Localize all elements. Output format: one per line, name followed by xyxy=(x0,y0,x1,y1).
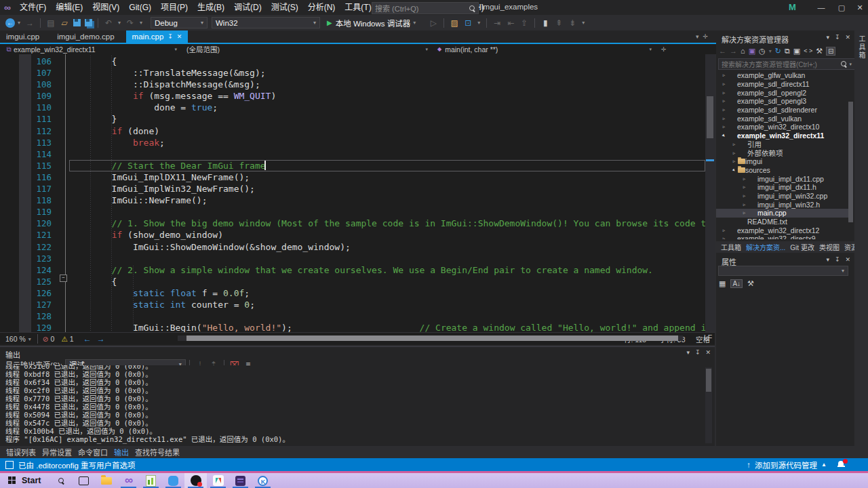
pin-icon[interactable]: ↧ xyxy=(835,256,840,263)
step-into-button[interactable]: ⇤ xyxy=(505,18,516,28)
tree-scrollbar-thumb[interactable] xyxy=(848,102,853,222)
menu-item[interactable]: Git(G) xyxy=(124,0,156,15)
bookmark-button[interactable]: ▮ xyxy=(540,18,551,28)
menu-item[interactable]: 工具(T) xyxy=(340,0,376,15)
eol-indicator[interactable]: LF xyxy=(704,333,712,342)
taskbar-app-button[interactable] xyxy=(162,473,184,488)
solution-explorer-shortcut-button[interactable]: ⊡ xyxy=(462,18,473,28)
home-icon[interactable]: ⌂ xyxy=(741,47,745,55)
properties-object-dropdown[interactable]: ▾ xyxy=(718,266,848,276)
navigate-forward-icon[interactable]: → xyxy=(96,334,106,344)
pin-icon[interactable]: ↧ xyxy=(695,349,701,356)
expander-icon[interactable]: ▹ xyxy=(730,150,738,156)
navigate-backward-icon[interactable]: ← xyxy=(82,334,93,344)
scope-dropdown[interactable]: (全局范围) ▾ xyxy=(180,44,431,54)
taskbar-app-button[interactable]: K xyxy=(252,473,274,488)
tree-item[interactable]: ▹ example_sdl_directx11 xyxy=(716,80,850,89)
redo-dropdown-icon[interactable]: ▾ xyxy=(138,20,144,26)
solution-platform-dropdown[interactable]: Win32 ▾ xyxy=(212,17,320,28)
toolbox-autohide-tab[interactable]: 工具箱 xyxy=(856,35,867,60)
tree-item[interactable]: ▹ imgui_impl_dx11.h xyxy=(716,183,850,192)
switch-views-icon[interactable]: ▣ xyxy=(749,47,755,56)
taskbar-app-button[interactable] xyxy=(140,473,162,488)
find-in-files-button[interactable]: ▨ xyxy=(449,18,460,28)
tree-item[interactable]: ▹ imgui_impl_win32.cpp xyxy=(716,192,850,201)
toolbar-dropdown-icon[interactable]: ▾ xyxy=(476,20,481,26)
expander-icon[interactable]: ▹ xyxy=(720,81,728,87)
expander-icon[interactable]: ▹ xyxy=(741,176,748,182)
tree-item[interactable]: ▹ example_glfw_vulkan xyxy=(716,71,850,80)
tree-item[interactable]: ▹ imgui_impl_win32.h xyxy=(716,200,850,209)
start-debugging-button[interactable]: ▶ 本地 Windows 调试器 ▾ xyxy=(327,18,418,28)
step-out-button[interactable]: ⇪ xyxy=(519,18,530,28)
panel-tab[interactable]: 工具箱 xyxy=(721,242,741,252)
document-tab[interactable]: main.cpp ↧ ✕ xyxy=(126,30,189,43)
menu-item[interactable]: 调试(D) xyxy=(229,0,267,15)
open-file-button[interactable]: ▱ xyxy=(59,18,70,28)
menu-item[interactable]: 文件(F) xyxy=(15,0,51,15)
navigate-forward-button[interactable]: → xyxy=(24,18,35,28)
output-scrollbar-thumb[interactable] xyxy=(706,369,711,392)
panel-tab[interactable]: 类视图 xyxy=(819,242,840,252)
redo-button[interactable]: ↷ xyxy=(125,18,136,28)
property-pages-icon[interactable]: ⚒ xyxy=(747,279,754,288)
filter-dropdown-icon[interactable]: ▾ xyxy=(769,48,772,54)
expander-icon[interactable]: ▹ xyxy=(720,228,728,233)
menu-item[interactable]: 测试(S) xyxy=(267,0,303,15)
tree-scrollbar[interactable] xyxy=(848,102,853,237)
project-dropdown[interactable]: ⧉ example_win32_directx11 ▾ xyxy=(0,44,180,54)
panel-tab[interactable]: 错误列表 xyxy=(6,447,36,458)
warning-count-icon[interactable]: ⚠ xyxy=(61,335,67,343)
tree-item[interactable]: ▸ sources xyxy=(716,166,850,175)
splitter-handle-icon[interactable]: ✛ xyxy=(661,46,667,53)
tree-item[interactable]: ▹ example_win32_directx12 xyxy=(716,226,850,235)
panel-tab[interactable]: 查找符号结果 xyxy=(135,447,180,458)
debugger-dropdown-icon[interactable]: ▾ xyxy=(412,20,417,26)
minimize-button[interactable]: — xyxy=(811,0,831,15)
tree-item[interactable]: ▹ main.cpp xyxy=(716,209,850,218)
panel-tab[interactable]: 命令窗口 xyxy=(78,447,108,458)
tree-item[interactable]: README.txt xyxy=(716,218,850,226)
menu-item[interactable]: 项目(P) xyxy=(156,0,193,15)
collapse-all-icon[interactable]: ⊟ xyxy=(826,47,835,56)
editor-vertical-scrollbar-thumb[interactable] xyxy=(707,96,713,138)
expander-icon[interactable]: ▹ xyxy=(720,98,728,104)
expander-icon[interactable]: ▸ xyxy=(719,131,728,140)
tree-item[interactable]: ▹ imgui_impl_dx11.cpp xyxy=(716,174,850,183)
solution-explorer-search-input[interactable]: 搜索解决方案资源管理器(Ctrl+;) ▾ xyxy=(718,58,855,70)
expander-icon[interactable]: ▹ xyxy=(741,210,748,216)
tree-item[interactable]: ▸ example_win32_directx11 xyxy=(716,131,850,140)
taskbar-app-button[interactable] xyxy=(73,473,95,488)
menu-item[interactable]: 分析(N) xyxy=(303,0,340,15)
show-all-files-icon[interactable]: ▣ xyxy=(793,47,800,56)
categorized-icon[interactable]: ▦ xyxy=(719,279,726,288)
zoom-level[interactable]: 160 % xyxy=(5,335,26,343)
undo-dropdown-icon[interactable]: ▾ xyxy=(117,20,122,26)
expander-icon[interactable]: ▹ xyxy=(720,124,728,129)
start-without-debugging-button[interactable]: ▷ xyxy=(428,18,439,28)
close-icon[interactable]: ✕ xyxy=(845,256,850,263)
panel-tab[interactable]: 解决方案资... xyxy=(746,242,785,252)
code-fold-toggle[interactable]: − xyxy=(60,274,67,282)
add-to-source-control-button[interactable]: 添加到源代码管理 xyxy=(755,460,817,470)
tree-item[interactable]: ▹ example_sdl_sdlrenderer xyxy=(716,106,850,115)
expander-icon[interactable]: ▹ xyxy=(720,236,728,239)
back-icon[interactable]: ← xyxy=(719,47,726,55)
expander-icon[interactable]: ▹ xyxy=(741,193,748,199)
expander-icon[interactable]: ▹ xyxy=(741,184,748,190)
expander-icon[interactable]: ▹ xyxy=(720,107,728,113)
expander-icon[interactable]: ▹ xyxy=(730,142,738,147)
tree-item[interactable]: ▹ example_win32_directx9 xyxy=(716,235,850,239)
navigate-back-dropdown-icon[interactable]: ▾ xyxy=(16,20,22,26)
refresh-icon[interactable]: ⧉ xyxy=(785,47,790,56)
window-position-icon[interactable]: ▾ xyxy=(826,256,829,263)
pending-changes-filter-icon[interactable]: ◷ xyxy=(759,47,766,56)
menu-item[interactable]: 编辑(E) xyxy=(51,0,87,15)
document-dropdown-icon[interactable]: ▾ xyxy=(696,33,699,40)
expander-icon[interactable]: ▹ xyxy=(720,90,728,96)
step-over-button[interactable]: ⇥ xyxy=(492,18,502,28)
taskbar-app-button[interactable] xyxy=(50,473,73,488)
split-window-icon[interactable]: ✛ xyxy=(703,33,709,40)
notifications-bell-icon[interactable] xyxy=(837,461,845,468)
output-log[interactable]: 线程 0x31e0 已退出，返回值为 0 (0x0)。线程 0xbdf8 已退出… xyxy=(0,365,701,447)
